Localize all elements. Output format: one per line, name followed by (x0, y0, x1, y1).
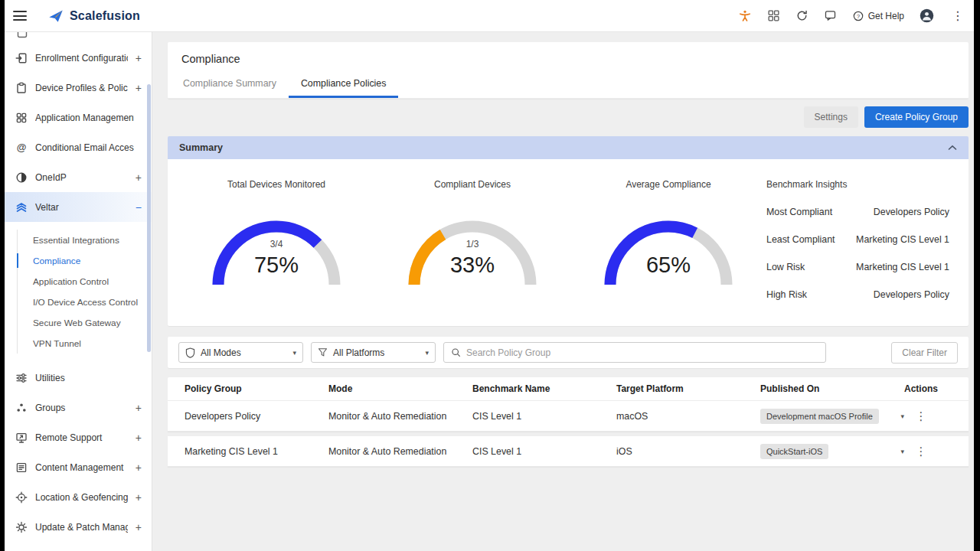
groups-icon (15, 402, 28, 414)
clear-filter-button[interactable]: Clear Filter (891, 342, 958, 364)
expand-plus-icon[interactable]: + (136, 461, 142, 474)
subnav-item-io-device-access-control[interactable]: I/O Device Access Control (18, 292, 152, 312)
metric-header: Average Compliance (570, 179, 766, 190)
sidebar-list: Enrollment Configurations + Device Profi… (5, 32, 152, 542)
subnav-item-essential-integrations[interactable]: Essential Integrations (18, 230, 152, 250)
sidebar-item-application-management[interactable]: Application Management (5, 103, 152, 132)
collapse-minus-icon[interactable]: − (136, 201, 142, 214)
subnav-label: Secure Web Gateway (33, 318, 121, 328)
policy-table: Policy Group Mode Benchmark Name Target … (168, 377, 969, 467)
summary-panel-header[interactable]: Summary (168, 136, 969, 159)
metric-header: Total Devices Monitored (178, 179, 374, 190)
cell-policy-group: Developers Policy (185, 411, 328, 422)
cell-platform: macOS (616, 411, 760, 422)
subnav-item-secure-web-gateway[interactable]: Secure Web Gateway (18, 312, 152, 333)
sidebar-item-device-profiles-policies[interactable]: Device Profiles & Policies + (5, 73, 152, 103)
tab-compliance-summary[interactable]: Compliance Summary (171, 71, 289, 98)
gauge-percent: 65% (599, 253, 737, 278)
sidebar-item-utilities[interactable]: Utilities (5, 363, 152, 393)
col-actions: Actions (904, 383, 938, 394)
brand[interactable]: Scalefusion (47, 8, 140, 24)
sidebar-item-label: Device Profiles & Policies (35, 83, 128, 93)
search-icon (451, 347, 461, 357)
row-kebab-menu-icon[interactable]: ⋮ (916, 445, 927, 458)
chat-icon[interactable] (824, 9, 837, 22)
shield-icon (185, 347, 195, 358)
chevron-down-icon: ▾ (425, 349, 429, 357)
tab-compliance-policies[interactable]: Compliance Policies (289, 71, 399, 98)
expand-plus-icon[interactable]: + (136, 171, 142, 184)
platform-filter-dropdown[interactable]: All Platforms ▾ (311, 342, 436, 363)
cell-benchmark: CIS Level 1 (472, 411, 616, 422)
expand-plus-icon[interactable]: + (136, 402, 142, 414)
subnav-label: I/O Device Access Control (33, 297, 138, 308)
sidebar-item-label: Conditional Email Access (35, 142, 134, 153)
sidebar-item-conditional-email-access[interactable]: @ Conditional Email Access (5, 132, 152, 162)
insight-value: Marketing CIS Level 1 (856, 262, 949, 272)
chevron-up-icon[interactable] (948, 145, 957, 151)
expand-plus-icon[interactable]: + (136, 52, 142, 64)
sidebar-item-remote-support[interactable]: Remote Support + (5, 422, 152, 452)
hamburger-menu-icon[interactable] (13, 11, 27, 21)
sidebar-item-update-patch-management[interactable]: Update & Patch Management + (5, 512, 152, 542)
create-policy-group-button[interactable]: Create Policy Group (864, 106, 969, 128)
apps-grid-icon[interactable] (767, 9, 780, 22)
sidebar-item-groups[interactable]: Groups + (5, 393, 152, 422)
help-icon: ? (852, 10, 864, 22)
get-help-button[interactable]: ? Get Help (852, 10, 904, 22)
insight-row-high-risk: High Risk Developers Policy (766, 289, 949, 300)
sidebar-item-label: OneIdP (35, 172, 128, 183)
table-row[interactable]: Developers Policy Monitor & Auto Remedia… (168, 401, 969, 432)
table-row[interactable]: Marketing CIS Level 1 Monitor & Auto Rem… (168, 436, 969, 467)
cell-mode: Monitor & Auto Remediation (328, 411, 472, 422)
veltar-icon (15, 201, 28, 214)
cell-published-on: Development macOS Profile ▾ (760, 409, 904, 424)
col-policy-group: Policy Group (185, 383, 328, 394)
sidebar-item-label: Application Management (35, 112, 134, 123)
oneidp-icon (15, 171, 28, 184)
veltar-subnav: Essential Integrations Compliance Applic… (17, 230, 152, 354)
sidebar-item-veltar[interactable]: Veltar − (5, 192, 152, 222)
sidebar-item-enrollment-configurations[interactable]: Enrollment Configurations + (5, 43, 152, 73)
insight-value: Developers Policy (874, 289, 949, 300)
settings-button[interactable]: Settings (804, 106, 858, 128)
tabs: Compliance Summary Compliance Policies (168, 71, 969, 99)
sidebar-item-location-geofencing[interactable]: Location & Geofencing + (5, 482, 152, 512)
filter-bar: All Modes ▾ All Platforms ▾ Clear Filter (168, 337, 969, 368)
summary-title: Summary (179, 142, 223, 153)
gauge-average-compliance: 65% (599, 211, 737, 288)
sidebar-item-oneidp[interactable]: OneIdP + (5, 162, 152, 192)
accessibility-icon[interactable] (738, 9, 752, 23)
metric-average-compliance: Average Compliance 65% (570, 159, 766, 300)
published-profile-chip[interactable]: Development macOS Profile (760, 409, 879, 424)
insight-label: Least Compliant (766, 234, 835, 245)
expand-plus-icon[interactable]: + (136, 432, 142, 444)
sync-icon[interactable] (795, 9, 808, 22)
sidebar-item-content-management[interactable]: Content Management + (5, 452, 152, 482)
insight-row-most-compliant: Most Compliant Developers Policy (766, 207, 949, 217)
search-policy-group-input[interactable] (466, 347, 818, 358)
scalefusion-logo-icon (47, 8, 64, 24)
published-profile-chip[interactable]: QuickStart-iOS (760, 444, 828, 459)
subnav-item-application-control[interactable]: Application Control (18, 271, 152, 292)
avatar[interactable] (920, 8, 934, 23)
overflow-menu-icon[interactable]: ⋮ (949, 8, 966, 23)
sidebar-item-label: Remote Support (35, 432, 128, 443)
subnav-item-compliance[interactable]: Compliance (18, 250, 152, 271)
insight-row-low-risk: Low Risk Marketing CIS Level 1 (766, 262, 949, 272)
expand-plus-icon[interactable]: + (136, 82, 142, 94)
update-patch-icon (15, 521, 28, 533)
sidebar-item-label: Veltar (35, 202, 128, 213)
row-kebab-menu-icon[interactable]: ⋮ (916, 409, 927, 422)
svg-text:?: ? (857, 12, 860, 19)
expand-plus-icon[interactable]: + (136, 521, 142, 533)
gauge-percent: 33% (403, 253, 541, 278)
cell-actions: ⋮ (904, 445, 938, 458)
app-window: Scalefusion ? Get Help (5, 0, 974, 551)
subnav-label: Essential Integrations (33, 235, 119, 246)
expand-plus-icon[interactable]: + (136, 491, 142, 504)
insight-value: Marketing CIS Level 1 (856, 234, 949, 245)
mode-filter-dropdown[interactable]: All Modes ▾ (178, 342, 303, 363)
sidebar-item-label: Location & Geofencing (35, 492, 128, 503)
subnav-item-vpn-tunnel[interactable]: VPN Tunnel (18, 333, 152, 354)
